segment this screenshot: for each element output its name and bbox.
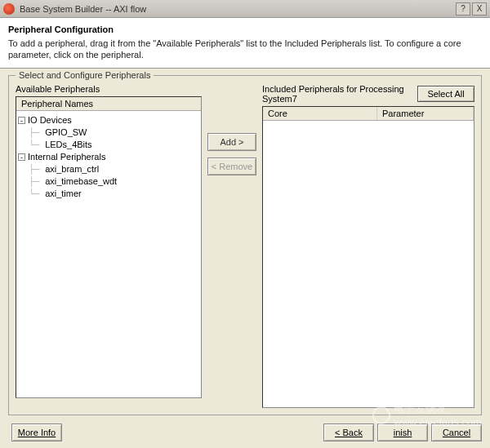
header-section: Peripheral Configuration To add a periph… xyxy=(0,18,490,69)
tree-node-axi-bram-ctrl[interactable]: ├─ axi_bram_ctrl xyxy=(18,163,199,175)
close-button[interactable]: X xyxy=(472,2,487,16)
tree-node-axi-timer[interactable]: └─ axi_timer xyxy=(18,188,199,200)
page-description: To add a peripheral, drag it from the "A… xyxy=(8,38,482,61)
transfer-buttons: Add > < Remove xyxy=(207,84,257,408)
add-button[interactable]: Add > xyxy=(207,133,256,151)
tree-node-leds[interactable]: └─ LEDs_4Bits xyxy=(18,139,199,151)
available-title: Available Peripherals xyxy=(16,84,202,94)
included-peripherals-panel: Included Peripherals for Processing Syst… xyxy=(262,84,474,408)
available-tree[interactable]: Peripheral Names -IO Devices ├─ GPIO_SW … xyxy=(16,96,202,398)
app-icon xyxy=(3,3,15,15)
collapse-icon[interactable]: - xyxy=(18,153,25,161)
remove-button[interactable]: < Remove xyxy=(207,157,256,175)
table-header: Core Parameter xyxy=(263,107,474,121)
help-button[interactable]: ? xyxy=(456,2,470,16)
window-title: Base System Builder -- AXI flow xyxy=(20,4,454,14)
available-peripherals-panel: Available Peripherals Peripheral Names -… xyxy=(16,84,202,408)
cancel-button[interactable]: Cancel xyxy=(431,424,482,441)
tree-node-gpio-sw[interactable]: ├─ GPIO_SW xyxy=(18,126,199,139)
column-parameter[interactable]: Parameter xyxy=(377,107,474,120)
more-info-button[interactable]: More Info xyxy=(11,424,62,441)
title-bar: Base System Builder -- AXI flow ? X xyxy=(0,0,490,18)
included-title: Included Peripherals for Processing Syst… xyxy=(262,84,412,104)
select-all-button[interactable]: Select All xyxy=(417,86,474,102)
footer-bar: More Info < Back inish Cancel xyxy=(8,424,482,441)
tree-node-io-devices[interactable]: -IO Devices xyxy=(18,114,199,126)
tree-node-axi-timebase-wdt[interactable]: ├─ axi_timebase_wdt xyxy=(18,175,199,188)
peripherals-group: Select and Configure Peripherals Availab… xyxy=(8,75,482,415)
group-legend: Select and Configure Peripherals xyxy=(16,70,154,80)
column-core[interactable]: Core xyxy=(263,107,377,120)
included-table[interactable]: Core Parameter xyxy=(262,106,474,408)
page-title: Peripheral Configuration xyxy=(8,24,482,34)
back-button[interactable]: < Back xyxy=(323,424,374,441)
finish-button[interactable]: inish xyxy=(377,424,428,441)
tree-column-header[interactable]: Peripheral Names xyxy=(16,97,201,111)
tree-node-internal[interactable]: -Internal Peripherals xyxy=(18,151,199,163)
collapse-icon[interactable]: - xyxy=(18,117,25,124)
